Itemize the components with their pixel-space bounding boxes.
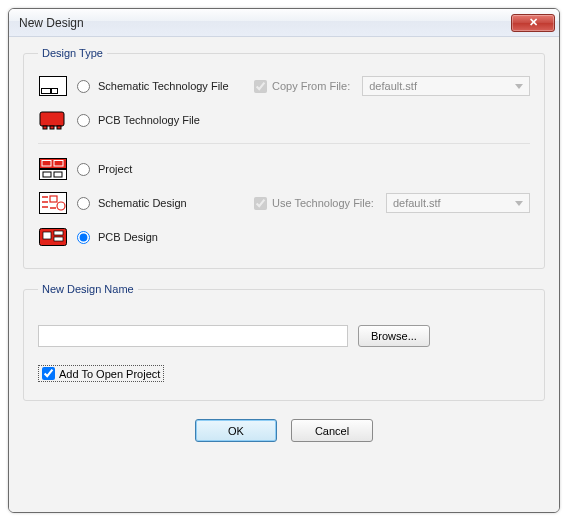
copy-from-checkbox (254, 80, 267, 93)
design-type-legend: Design Type (38, 47, 107, 59)
copy-from-label: Copy From File: (272, 80, 350, 92)
copy-from-combo: default.stf (362, 76, 530, 96)
svg-rect-1 (42, 89, 51, 94)
copy-from-check: Copy From File: (254, 80, 350, 93)
use-tech-checkbox (254, 197, 267, 210)
add-to-project-label: Add To Open Project (59, 368, 160, 380)
radio-pcb-tech[interactable] (77, 114, 90, 127)
copy-from-value: default.stf (369, 80, 417, 92)
ok-button[interactable]: OK (195, 419, 277, 442)
design-type-group: Design Type Schematic Technology File Co… (23, 47, 545, 269)
svg-rect-3 (40, 112, 64, 126)
radio-project[interactable] (77, 163, 90, 176)
radio-schematic[interactable] (77, 197, 90, 210)
dialog-buttons: OK Cancel (23, 415, 545, 442)
label-pcb: PCB Design (98, 231, 248, 243)
close-icon: ✕ (529, 17, 538, 28)
dialog-client: Design Type Schematic Technology File Co… (9, 37, 559, 512)
use-tech-combo: default.stf (386, 193, 530, 213)
pcb-tech-icon (38, 109, 68, 131)
use-tech-check: Use Technology File: (254, 197, 374, 210)
titlebar: New Design ✕ (9, 9, 559, 37)
radio-schematic-tech[interactable] (77, 80, 90, 93)
option-row-schematic: Schematic Design Use Technology File: de… (38, 186, 530, 220)
pcb-icon (38, 226, 68, 248)
option-row-pcb-tech: PCB Technology File (38, 103, 530, 137)
svg-rect-17 (43, 232, 51, 239)
dialog-window: New Design ✕ Design Type Schematic Techn… (8, 8, 560, 513)
use-tech-value: default.stf (393, 197, 441, 209)
svg-rect-6 (57, 126, 61, 129)
window-title: New Design (19, 16, 511, 30)
cancel-button[interactable]: Cancel (291, 419, 373, 442)
separator (38, 143, 530, 144)
design-name-input[interactable] (38, 325, 348, 347)
use-tech-label: Use Technology File: (272, 197, 374, 209)
option-row-project: Project (38, 152, 530, 186)
project-icon (38, 158, 68, 180)
svg-rect-19 (54, 237, 63, 241)
new-name-group: New Design Name Browse... Add To Open Pr… (23, 283, 545, 401)
schematic-tech-icon (38, 75, 68, 97)
svg-rect-4 (43, 126, 47, 129)
svg-rect-18 (54, 231, 63, 235)
add-to-project[interactable]: Add To Open Project (38, 365, 164, 382)
svg-rect-5 (50, 126, 54, 129)
new-name-legend: New Design Name (38, 283, 138, 295)
label-pcb-tech: PCB Technology File (98, 114, 248, 126)
schematic-icon (38, 192, 68, 214)
add-to-project-checkbox[interactable] (42, 367, 55, 380)
radio-pcb[interactable] (77, 231, 90, 244)
name-row: Browse... (38, 319, 530, 353)
option-row-pcb: PCB Design (38, 220, 530, 254)
browse-button[interactable]: Browse... (358, 325, 430, 347)
svg-rect-2 (52, 89, 58, 94)
label-project: Project (98, 163, 248, 175)
option-row-schematic-tech: Schematic Technology File Copy From File… (38, 69, 530, 103)
label-schematic: Schematic Design (98, 197, 248, 209)
label-schematic-tech: Schematic Technology File (98, 80, 248, 92)
close-button[interactable]: ✕ (511, 14, 555, 32)
